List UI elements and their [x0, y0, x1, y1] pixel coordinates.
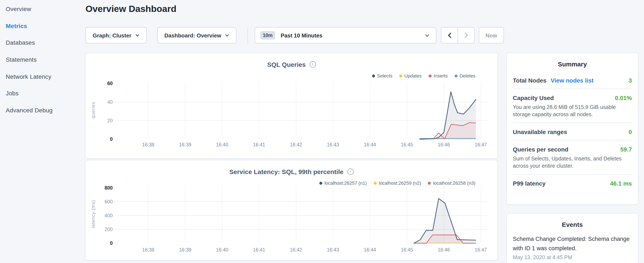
legend-item-inserts: Inserts	[428, 73, 448, 78]
legend-label: Deletes	[460, 73, 476, 78]
svg-text:16:40: 16:40	[216, 247, 228, 252]
service-latency-chart-card: 16:3816:3916:4016:4116:4216:4316:4416:45…	[86, 160, 498, 260]
chevron-down-icon	[135, 33, 140, 38]
summary-title: Summary	[507, 60, 638, 68]
svg-text:16:42: 16:42	[290, 142, 302, 147]
legend-dot-icon	[399, 74, 402, 77]
graph-selector-label: Graph: Cluster	[93, 32, 132, 39]
legend-label: Updates	[404, 73, 422, 78]
legend-dot-icon	[428, 181, 431, 184]
svg-text:16:46: 16:46	[438, 142, 450, 147]
svg-text:16:38: 16:38	[142, 247, 154, 252]
controls-divider	[247, 27, 248, 43]
legend-label: localhost:26259 (n2)	[379, 180, 421, 185]
summary-row-capacity-used: Capacity Used0.01%You are using 28.6 MiB…	[513, 89, 632, 123]
sidebar-item-jobs[interactable]: Jobs	[0, 85, 85, 102]
summary-label: Total Nodes	[513, 77, 546, 84]
svg-text:queries: queries	[90, 102, 96, 119]
chevron-down-icon	[225, 33, 230, 38]
time-pager	[441, 27, 474, 43]
events-title: Events	[507, 221, 638, 228]
legend-label: localhost:26257 (n1)	[324, 180, 367, 185]
chevron-down-icon	[425, 33, 430, 38]
dashboard-selector-label: Dashboard: Overview	[164, 32, 221, 39]
svg-text:40: 40	[107, 99, 113, 105]
legend-item-localhost-26257-n1: localhost:26257 (n1)	[319, 180, 367, 185]
svg-text:16:43: 16:43	[327, 142, 339, 147]
graph-selector-dropdown[interactable]: Graph: Cluster	[86, 27, 147, 43]
svg-text:16:41: 16:41	[253, 247, 265, 252]
legend-item-selects: Selects	[372, 73, 392, 78]
svg-text:16:45: 16:45	[401, 142, 413, 147]
svg-text:16:46: 16:46	[438, 247, 450, 252]
service-latency-plot[interactable]: 16:3816:3916:4016:4116:4216:4316:4416:45…	[86, 160, 498, 260]
svg-text:60: 60	[107, 81, 113, 86]
legend-label: localhost:26258 (n3)	[433, 180, 476, 185]
chart-title-row: Service Latency: SQL, 99th percentile i	[86, 168, 498, 175]
svg-text:16:44: 16:44	[364, 142, 376, 147]
chevron-right-icon	[464, 32, 468, 38]
time-prev-button[interactable]	[441, 27, 458, 43]
sidebar-item-metrics[interactable]: Metrics	[0, 17, 85, 34]
legend-item-updates: Updates	[399, 73, 422, 78]
svg-text:16:45: 16:45	[401, 247, 413, 252]
summary-value: 46.1 ms	[610, 180, 632, 187]
legend-dot-icon	[454, 74, 457, 77]
summary-row-total-nodes: Total NodesView nodes list3	[513, 72, 632, 89]
svg-text:16:44: 16:44	[364, 247, 376, 252]
chart-title: SQL Queries	[267, 61, 306, 68]
legend-item-deletes: Deletes	[454, 73, 476, 78]
summary-label: Queries per second	[513, 146, 568, 153]
svg-text:16:41: 16:41	[253, 142, 265, 147]
sql-queries-plot[interactable]: 16:3816:3916:4016:4116:4216:4316:4416:45…	[86, 53, 498, 158]
svg-text:16:40: 16:40	[216, 142, 228, 147]
svg-text:16:47: 16:47	[475, 247, 487, 252]
summary-row-queries-per-second: Queries per second59.7Sum of Selects, Up…	[513, 140, 632, 174]
svg-text:16:42: 16:42	[290, 247, 302, 252]
sidebar-item-network-latency[interactable]: Network Latency	[0, 68, 85, 85]
summary-value: 0.01%	[615, 95, 632, 101]
legend-item-localhost-26259-n2: localhost:26259 (n2)	[374, 180, 421, 185]
view-nodes-list-link[interactable]: View nodes list	[551, 77, 594, 84]
summary-value: 0	[628, 129, 632, 135]
info-icon[interactable]: i	[310, 61, 316, 68]
dashboard-selector-dropdown[interactable]: Dashboard: Overview	[157, 27, 236, 43]
svg-text:16:47: 16:47	[475, 142, 487, 147]
chart-legend: SelectsUpdatesInsertsDeletes	[372, 73, 476, 78]
summary-label: P99 latency	[513, 180, 546, 187]
svg-text:600: 600	[104, 199, 113, 204]
sidebar-item-statements[interactable]: Statements	[0, 51, 85, 68]
time-window-label: Past 10 Minutes	[281, 32, 322, 39]
sidebar-item-databases[interactable]: Databases	[0, 34, 85, 51]
sql-queries-chart-card: 16:3816:3916:4016:4116:4216:4316:4416:45…	[86, 53, 498, 158]
summary-description: You are using 28.6 MiB of 515.9 GiB usab…	[513, 104, 632, 118]
svg-text:16:39: 16:39	[179, 247, 191, 252]
info-icon[interactable]: i	[347, 168, 354, 175]
legend-item-localhost-26258-n3: localhost:26258 (n3)	[428, 180, 476, 185]
svg-text:16:43: 16:43	[327, 247, 339, 252]
summary-description: Sum of Selects, Updates, Inserts, and De…	[513, 155, 632, 169]
chart-title: Service Latency: SQL, 99th percentile	[230, 168, 344, 175]
legend-dot-icon	[374, 181, 376, 184]
events-list: Schema Change Completed: Schema change w…	[513, 234, 632, 260]
summary-row-unavailable-ranges: Unavailable ranges0	[513, 123, 632, 140]
svg-text:0: 0	[110, 240, 113, 246]
event-item[interactable]: Schema Change Completed: Schema change w…	[513, 234, 632, 260]
svg-text:0: 0	[110, 136, 113, 142]
svg-text:400: 400	[104, 213, 113, 218]
sidebar-item-overview[interactable]: Overview	[0, 1, 85, 17]
summary-value: 59.7	[620, 146, 632, 153]
time-next-button[interactable]	[458, 27, 474, 43]
now-button[interactable]: Now	[479, 27, 504, 43]
sidebar: OverviewMetricsDatabasesStatementsNetwor…	[0, 0, 85, 263]
legend-dot-icon	[428, 74, 432, 77]
time-window-dropdown[interactable]: 10m Past 10 Minutes	[255, 27, 436, 43]
event-timestamp: May 13, 2020 at 4:45 PM	[513, 254, 632, 260]
events-panel: Events Schema Change Completed: Schema c…	[507, 213, 638, 263]
time-window-badge: 10m	[260, 31, 275, 40]
svg-text:200: 200	[104, 227, 113, 232]
summary-panel: Summary Total NodesView nodes list3Capac…	[507, 53, 638, 204]
summary-value: 3	[628, 77, 632, 84]
event-text: Schema Change Completed: Schema change w…	[513, 234, 632, 253]
sidebar-item-advanced-debug[interactable]: Advanced Debug	[0, 102, 85, 119]
